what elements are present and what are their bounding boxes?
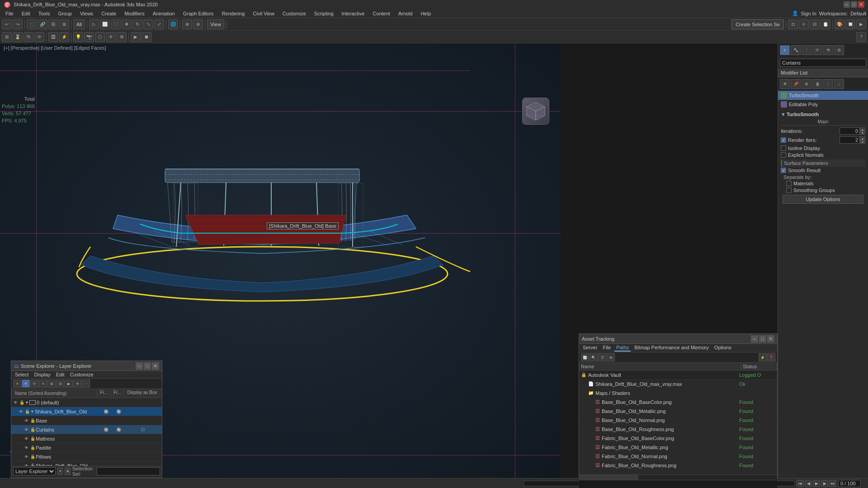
menu-edit[interactable]: Edit: [18, 10, 34, 17]
at-row-base-color[interactable]: 🖼 Base_Blue_Old_BaseColor.png Found: [579, 398, 777, 407]
materials-checkbox[interactable]: [786, 181, 792, 186]
se-eye-mattress[interactable]: 👁: [23, 436, 29, 442]
se-row-base[interactable]: 👁 🔓 Base: [11, 416, 162, 425]
se-menu-edit[interactable]: Edit: [54, 371, 66, 378]
at-row-vault[interactable]: 🔒 Autodesk Vault Logged O: [579, 371, 777, 380]
at-row-roughness[interactable]: 🖼 Base_Blue_Old_Roughness.png Found: [579, 425, 777, 434]
scale2-button[interactable]: ⤢: [154, 19, 164, 29]
render-iters-spinner[interactable]: ▲ ▼: [860, 136, 865, 144]
at-row-fabric-normal[interactable]: 🖼 Fabric_Blue_Old_Normal.png Found: [579, 452, 777, 461]
at-maximize-btn[interactable]: □: [759, 335, 766, 343]
sel-window-button[interactable]: ⬛: [111, 19, 121, 29]
se-eye-paddle[interactable]: 👁: [23, 445, 29, 451]
close-button[interactable]: ✕: [858, 1, 864, 8]
render-iters-control[interactable]: ▲ ▼: [840, 136, 865, 144]
help-icon[interactable]: ?: [856, 32, 866, 42]
move-button[interactable]: ✥: [122, 19, 132, 29]
material-editor-button[interactable]: 🎨: [835, 19, 844, 29]
modify-tab[interactable]: 🔧: [791, 45, 801, 55]
frame-end-btn[interactable]: ⏭: [829, 480, 836, 487]
at-row-metallic[interactable]: 🖼 Base_Blue_Old_Metallic.png Found: [579, 407, 777, 416]
se-menu-select[interactable]: Select: [13, 371, 31, 378]
render-frame[interactable]: 🖼: [48, 32, 58, 42]
se-lock-mattress[interactable]: 🔓: [29, 436, 36, 442]
se-lock-base[interactable]: 🔓: [29, 418, 36, 424]
se-row-curtains[interactable]: 👁 🔓 Curtains 🔘 🔘 ☐: [11, 425, 162, 434]
frame-counter[interactable]: 0 / 100: [838, 480, 861, 487]
at-find-btn[interactable]: 🔍: [590, 353, 598, 361]
pivot-button[interactable]: ⊕: [182, 19, 192, 29]
at-minimize-btn[interactable]: ─: [751, 335, 758, 343]
se-lock-pillows[interactable]: 🔓: [29, 454, 36, 460]
layer-explorer-select[interactable]: Layer Explorer: [13, 467, 56, 475]
at-menu-server[interactable]: Server: [581, 344, 599, 352]
se-menu-display[interactable]: Display: [33, 371, 52, 378]
ref-coord-button[interactable]: 🌐: [168, 19, 178, 29]
se-expand-default[interactable]: ▼: [25, 400, 29, 405]
maximize-button[interactable]: □: [851, 1, 857, 8]
iterations-up[interactable]: ▲: [860, 127, 865, 131]
se-lock-shikara[interactable]: 🔓: [24, 408, 30, 415]
bind-button[interactable]: ⊞: [59, 19, 69, 29]
menu-animation[interactable]: Animation: [149, 10, 179, 17]
at-extra-btn2[interactable]: ❓: [767, 353, 775, 361]
menu-tools[interactable]: Tools: [35, 10, 54, 17]
se-maximize-btn[interactable]: □: [144, 362, 151, 370]
named-sel-button[interactable]: 📋: [821, 19, 830, 29]
mod-down-btn[interactable]: ↓: [834, 79, 844, 89]
spinner-snap[interactable]: ⟳: [34, 32, 44, 42]
prev-frame-btn[interactable]: ◀: [805, 480, 812, 487]
at-menu-bitmap[interactable]: Bitmap Performance and Memory: [632, 344, 710, 352]
iterations-input[interactable]: [840, 127, 860, 135]
menu-civil-view[interactable]: Civil View: [249, 10, 278, 17]
sel-region-button[interactable]: ⬜: [100, 19, 110, 29]
unlink-button[interactable]: ⛓: [48, 19, 58, 29]
render-button[interactable]: ▶: [856, 19, 866, 29]
se-highlight-btn[interactable]: ▶: [65, 380, 73, 388]
minimize-button[interactable]: ─: [844, 1, 850, 8]
menu-file[interactable]: File: [2, 10, 17, 17]
window-controls[interactable]: ─ □ ✕: [844, 1, 864, 8]
motion-tab[interactable]: ⟳: [812, 45, 822, 55]
se-more-btn[interactable]: ⋯: [82, 380, 90, 388]
selection-set-input[interactable]: [97, 467, 160, 475]
se-row-paddle[interactable]: 👁 🔓 Paddle: [11, 443, 162, 452]
next-frame-btn[interactable]: ▶: [821, 480, 828, 487]
light-btn[interactable]: 💡: [73, 32, 83, 42]
at-row-fabric-base[interactable]: 🖼 Fabric_Blue_Old_BaseColor.png Found: [579, 434, 777, 443]
menu-content[interactable]: Content: [369, 10, 394, 17]
se-minimize-btn[interactable]: ─: [136, 362, 143, 370]
menu-rendering[interactable]: Rendering: [218, 10, 249, 17]
at-grid-btn[interactable]: ⊞: [607, 353, 615, 361]
pivot2-button[interactable]: ⊗: [193, 19, 203, 29]
at-row-fabric-metallic[interactable]: 🖼 Fabric_Blue_Old_Metallic.png Found: [579, 443, 777, 452]
percent-snap[interactable]: %: [24, 32, 33, 42]
undo-button[interactable]: ↩: [2, 19, 12, 29]
stop-btn[interactable]: ⏹: [142, 32, 151, 42]
update-options-button[interactable]: Update Options: [783, 195, 863, 204]
at-refresh-btn[interactable]: 🔃: [581, 353, 589, 361]
at-menu-paths[interactable]: Paths: [614, 344, 631, 352]
spacer-btn[interactable]: ⊟: [810, 19, 820, 29]
rotate-button[interactable]: ↻: [132, 19, 142, 29]
render-iters-checkbox[interactable]: [781, 137, 786, 143]
isoline-checkbox[interactable]: [781, 145, 786, 151]
at-scrollbar[interactable]: [579, 474, 777, 480]
at-row-fabric-roughness[interactable]: 🖼 Fabric_Blue_Old_Roughness.png Found: [579, 461, 777, 470]
se-eye-shikara2[interactable]: 👁: [23, 463, 29, 466]
se-del-btn[interactable]: ✕: [65, 468, 70, 475]
se-eye-shikara[interactable]: 👁: [18, 408, 24, 415]
se-expand-btn[interactable]: ⊞: [47, 380, 56, 388]
se-add-layer-btn[interactable]: ➕: [30, 380, 38, 388]
create-selection-set-button[interactable]: Create Selection Se: [731, 19, 784, 29]
se-row-default[interactable]: 👁 🔓 ▼ 0 (default): [11, 398, 162, 407]
se-del-layer-btn[interactable]: ✕: [39, 380, 47, 388]
se-new-btn[interactable]: +: [57, 468, 63, 475]
at-scroll-thumb[interactable]: [579, 475, 777, 480]
snap-toggle[interactable]: ⊞: [2, 32, 12, 42]
angle-snap[interactable]: ⌛: [13, 32, 23, 42]
at-extra-btn1[interactable]: ⚡: [759, 353, 767, 361]
render-iters-input[interactable]: [840, 136, 860, 144]
sys-btn[interactable]: ⚙: [117, 32, 127, 42]
se-eye-pillows[interactable]: 👁: [23, 454, 29, 460]
